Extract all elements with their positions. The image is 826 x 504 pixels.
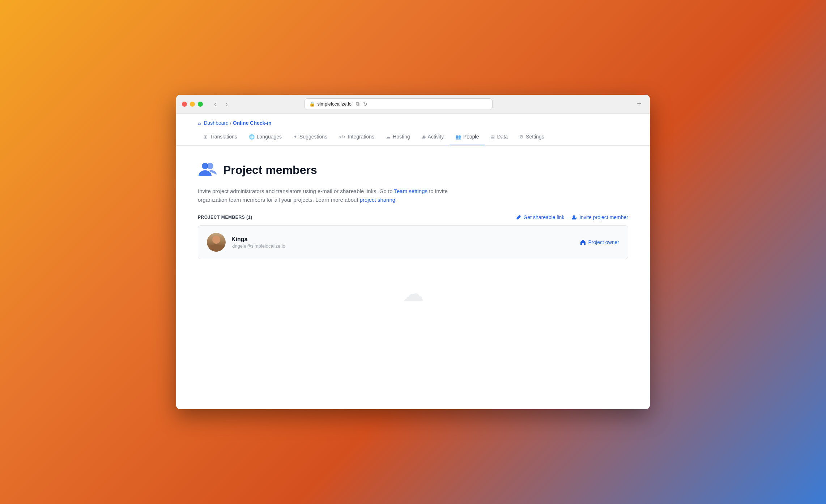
home-role-icon (580, 239, 586, 245)
tab-activity[interactable]: ◉ Activity (416, 129, 450, 145)
tab-suggestions[interactable]: ✦ Suggestions (288, 129, 333, 145)
member-name: Kinga (231, 236, 285, 243)
activity-icon: ◉ (422, 134, 426, 140)
title-bar: ‹ › 🔒 simplelocalize.io ⧉ ↻ + (176, 95, 650, 114)
hosting-icon: ☁ (386, 134, 391, 140)
description-text-1: Invite project administrators and transl… (198, 188, 394, 194)
members-header: PROJECT MEMBERS (1) Get shareable link (198, 214, 628, 220)
member-email: kingele@simplelocalize.io (231, 243, 285, 249)
tab-settings-label: Settings (526, 134, 544, 140)
members-actions: Get shareable link Invite project member (516, 214, 628, 220)
member-details: Kinga kingele@simplelocalize.io (231, 236, 285, 249)
description-text-3: . (395, 197, 397, 203)
member-info: Kinga kingele@simplelocalize.io (207, 233, 285, 252)
members-count: PROJECT MEMBERS (1) (198, 215, 252, 220)
cloud-icon: ☁ (402, 281, 424, 306)
tab-hosting-label: Hosting (393, 134, 410, 140)
breadcrumb-dashboard[interactable]: Dashboard (204, 120, 229, 126)
invite-member-label: Invite project member (579, 214, 628, 220)
people-icon-large (198, 160, 217, 180)
tab-languages-label: Languages (257, 134, 282, 140)
breadcrumb-separator: / (230, 120, 231, 126)
get-shareable-link-label: Get shareable link (524, 214, 565, 220)
member-card: Kinga kingele@simplelocalize.io Project … (198, 225, 628, 259)
translate-icon[interactable]: ⧉ (355, 100, 360, 108)
page-description: Invite project administrators and transl… (198, 187, 473, 204)
main-section: Project members Invite project administr… (176, 146, 650, 409)
tab-languages[interactable]: 🌐 Languages (243, 129, 288, 145)
breadcrumb: ⌂ Dashboard / Online Check-in (176, 114, 650, 126)
tab-integrations[interactable]: </> Integrations (333, 129, 380, 145)
cloud-decoration: ☁ (198, 281, 628, 306)
tab-translations-label: Translations (210, 134, 237, 140)
lock-icon: 🔒 (309, 101, 315, 107)
breadcrumb-current: Online Check-in (233, 120, 272, 126)
address-bar[interactable]: 🔒 simplelocalize.io ⧉ ↻ (305, 98, 493, 110)
tab-navigation: ⊞ Translations 🌐 Languages ✦ Suggestions… (176, 129, 650, 146)
address-actions: ⧉ ↻ (355, 100, 368, 108)
tab-hosting[interactable]: ☁ Hosting (380, 129, 416, 145)
tab-settings[interactable]: ⚙ Settings (514, 129, 550, 145)
member-role: Project owner (580, 239, 619, 245)
reload-button[interactable]: ↻ (362, 100, 368, 108)
forward-button[interactable]: › (222, 99, 232, 109)
settings-icon: ⚙ (519, 134, 524, 140)
tab-data-label: Data (497, 134, 508, 140)
back-button[interactable]: ‹ (210, 99, 220, 109)
link-icon (516, 214, 521, 220)
url-text: simplelocalize.io (317, 101, 352, 107)
svg-point-1 (207, 163, 213, 169)
integrations-icon: </> (339, 134, 346, 140)
avatar (207, 233, 226, 252)
tab-data[interactable]: ▤ Data (485, 129, 514, 145)
member-role-label: Project owner (588, 239, 619, 245)
tab-activity-label: Activity (428, 134, 444, 140)
tab-integrations-label: Integrations (348, 134, 374, 140)
nav-buttons: ‹ › (210, 99, 232, 109)
tab-suggestions-label: Suggestions (299, 134, 327, 140)
tab-people[interactable]: 👥 People (450, 129, 485, 145)
home-icon: ⌂ (198, 120, 201, 126)
suggestions-icon: ✦ (293, 134, 297, 140)
team-settings-link[interactable]: Team settings (394, 188, 427, 194)
traffic-lights (182, 102, 203, 107)
maximize-button[interactable] (198, 102, 203, 107)
project-sharing-link[interactable]: project sharing (360, 197, 395, 203)
translations-icon: ⊞ (204, 134, 208, 140)
browser-window: ‹ › 🔒 simplelocalize.io ⧉ ↻ + ⌂ Dashboar… (176, 95, 650, 409)
close-button[interactable] (182, 102, 187, 107)
minimize-button[interactable] (190, 102, 195, 107)
add-person-icon (571, 214, 577, 220)
page-content: ⌂ Dashboard / Online Check-in ⊞ Translat… (176, 114, 650, 409)
page-title: Project members (223, 163, 317, 177)
avatar-image (207, 233, 226, 252)
new-tab-button[interactable]: + (634, 98, 644, 110)
get-shareable-link-button[interactable]: Get shareable link (516, 214, 565, 220)
tab-people-label: People (463, 134, 479, 140)
languages-icon: 🌐 (249, 134, 255, 140)
people-icon: 👥 (455, 134, 461, 140)
tab-translations[interactable]: ⊞ Translations (198, 129, 243, 145)
invite-project-member-button[interactable]: Invite project member (571, 214, 628, 220)
data-icon: ▤ (490, 134, 495, 140)
page-header: Project members (198, 160, 628, 180)
